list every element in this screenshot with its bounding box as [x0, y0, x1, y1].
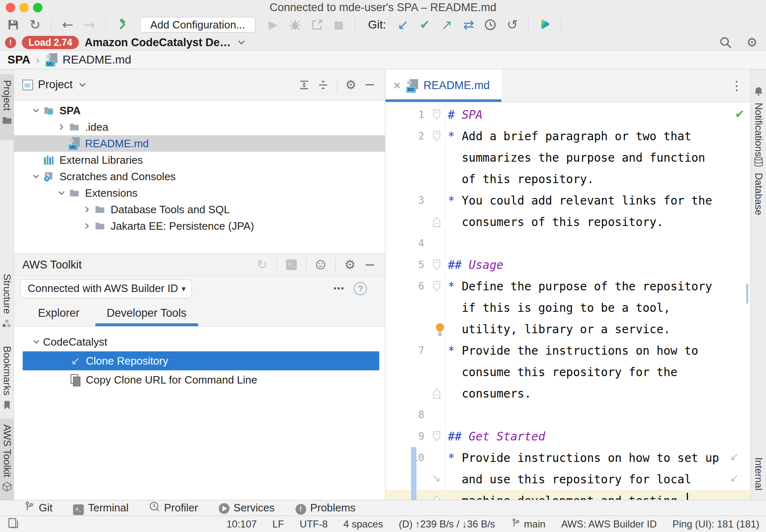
editor[interactable]: ✕ MD README.md ⋮ 1# SPA2* Add a brief pa… — [385, 69, 750, 500]
code-text[interactable]: * Provide instructions on how to set up — [445, 447, 750, 468]
window-controls[interactable] — [6, 3, 43, 12]
chevron-down-icon[interactable] — [30, 335, 43, 348]
fold-marker-close[interactable] — [428, 383, 445, 404]
code-text[interactable]: * Add a brief paragraph or two that — [445, 125, 750, 147]
status-item-aws-aws-builder-id[interactable]: AWS: AWS Builder ID — [561, 518, 657, 530]
toolwindow-button-bookmarks[interactable]: Bookmarks — [0, 340, 14, 402]
code-text[interactable]: utility, library or a service. — [445, 318, 750, 340]
breadcrumb-project[interactable]: SPA — [7, 53, 31, 66]
chevron-down-icon[interactable] — [78, 80, 87, 90]
status-item-4-spaces[interactable]: 4 spaces — [343, 518, 383, 530]
chevron-right-icon[interactable] — [81, 203, 93, 216]
git-merge-icon[interactable]: ⇄ — [461, 17, 476, 32]
code-text[interactable]: consume this repository for the — [445, 361, 750, 383]
tree-item--idea[interactable]: .idea — [14, 119, 385, 135]
chevron-down-icon[interactable] — [55, 187, 68, 199]
git-commit-icon[interactable]: ✔ — [417, 17, 432, 32]
more-options-icon[interactable]: ••• — [333, 284, 345, 293]
settings-gear-icon[interactable]: ⚙ — [745, 35, 759, 50]
code-text[interactable]: machine development and testing. — [445, 490, 750, 500]
toolwindow-button-aws-toolkit[interactable]: AWS Toolkit — [0, 419, 14, 500]
inspections-ok-icon[interactable]: ✔ — [735, 107, 745, 121]
tree-item-jakarta-ee-persistence-jpa-[interactable]: Jakarta EE: Persistence (JPA) — [14, 218, 385, 234]
chevron-right-icon[interactable] — [81, 220, 93, 232]
hide-panel-icon[interactable] — [363, 78, 377, 92]
tree-item-readme-md[interactable]: MDREADME.md — [14, 135, 385, 152]
aws-tree-item-clone-repository[interactable]: ↙Clone Repository — [23, 351, 379, 370]
toolwindow-button-project[interactable]: Project — [0, 74, 14, 140]
aws-connection-button[interactable]: Connected with AWS Builder ID ▾ — [20, 279, 192, 298]
sync-icon[interactable]: ↻ — [28, 17, 43, 32]
aws-tree-item-copy-clone-url-for-command-line[interactable]: Copy Clone URL for Command Line — [14, 370, 385, 389]
fold-marker-open[interactable] — [428, 125, 445, 147]
tree-item-spa[interactable]: SPA — [14, 102, 385, 119]
fold-marker-open[interactable] — [428, 104, 445, 125]
toolwindow-bar-services[interactable]: Services — [219, 501, 275, 514]
aws-gradient-icon[interactable] — [537, 17, 552, 32]
code-text[interactable]: ## Usage — [445, 254, 750, 275]
code-text[interactable]: # SPA — [445, 104, 750, 125]
code-text[interactable]: and use this repository for local — [445, 468, 750, 490]
code-text[interactable]: if this is going to be a tool, — [445, 297, 750, 318]
scrollbar-caret-mark[interactable] — [746, 284, 748, 304]
toolwindow-switcher-icon[interactable] — [7, 517, 19, 531]
minimize-window-button[interactable] — [19, 3, 29, 12]
chevron-down-icon[interactable] — [30, 104, 42, 117]
git-update-icon[interactable]: ↙ — [395, 17, 410, 32]
chevron-down-icon[interactable] — [236, 38, 246, 47]
code-text[interactable]: * Provide the instructions on how to — [445, 340, 750, 361]
code-text[interactable]: consumers of this repository. — [445, 211, 750, 233]
search-icon[interactable] — [718, 35, 733, 50]
tab-readme[interactable]: ✕ MD README.md — [385, 69, 501, 102]
toolwindow-button-internal[interactable]: Internal — [751, 447, 766, 497]
load-badge[interactable]: Load 2.74 — [22, 36, 79, 49]
hammer-icon[interactable] — [115, 17, 130, 32]
toolwindow-bar-profiler[interactable]: Profiler — [149, 501, 198, 515]
close-window-button[interactable] — [6, 3, 15, 12]
code-text[interactable]: summarizes the purpose and function — [445, 147, 750, 168]
fold-marker-close[interactable] — [428, 490, 445, 500]
feedback-smiley-icon[interactable] — [314, 258, 328, 272]
project-panel-title[interactable]: Project — [38, 78, 73, 91]
tree-item-scratches-and-consoles[interactable]: Scratches and Consoles — [14, 168, 385, 185]
aws-settings-gear-icon[interactable]: ⚙ — [343, 258, 357, 272]
toolwindow-button-notifications[interactable]: Notifications — [751, 80, 766, 155]
run-configuration-name[interactable]: Amazon CodeCatalyst De… — [85, 36, 231, 49]
fold-marker-close[interactable] — [428, 211, 445, 233]
code-text[interactable]: * Define the purpose of the repository — [445, 275, 750, 297]
code-text[interactable] — [445, 404, 750, 426]
breadcrumb-file[interactable]: README.md — [63, 53, 131, 66]
toolwindow-bar-git[interactable]: Git — [24, 501, 52, 515]
panel-settings-gear-icon[interactable]: ⚙ — [344, 78, 358, 92]
toolwindow-button-database[interactable]: Database — [751, 151, 766, 221]
toolwindow-bar-problems[interactable]: !Problems — [296, 501, 356, 515]
add-configuration-button[interactable]: Add Configuration... — [140, 17, 255, 33]
save-icon[interactable] — [6, 17, 21, 32]
fold-marker-open[interactable] — [428, 254, 445, 275]
git-history-icon[interactable] — [483, 17, 498, 32]
git-rollback-icon[interactable]: ↺ — [505, 17, 520, 32]
back-icon[interactable]: ← — [60, 17, 75, 32]
hide-aws-panel-icon[interactable] — [363, 258, 377, 272]
git-push-icon[interactable]: ↗ — [439, 17, 454, 32]
aws-tree-item-codecatalyst[interactable]: CodeCatalyst — [14, 332, 385, 351]
tree-item-external-libraries[interactable]: External Libraries — [14, 152, 385, 168]
tree-item-database-tools-and-sql[interactable]: Database Tools and SQL — [14, 201, 385, 218]
tab-explorer[interactable]: Explorer — [26, 307, 91, 326]
code-text[interactable] — [445, 233, 750, 254]
chevron-right-icon[interactable] — [55, 121, 68, 133]
collapse-all-icon[interactable] — [316, 78, 330, 92]
intention-bulb-icon[interactable] — [434, 322, 446, 338]
status-item-lf[interactable]: LF — [272, 518, 284, 530]
tab-developer-tools[interactable]: Developer Tools — [95, 307, 198, 326]
code-text[interactable]: * You could add relevant links for the — [445, 190, 750, 211]
expand-all-icon[interactable] — [297, 78, 311, 92]
code-text[interactable]: consumers. — [445, 383, 750, 404]
fold-marker-open[interactable] — [428, 275, 445, 297]
status-item-ping-ui-181-181-[interactable]: Ping (UI): 181 (181) — [672, 518, 759, 530]
error-indicator-icon[interactable]: ! — [5, 37, 16, 48]
status-item-10-107[interactable]: 10:107 — [227, 518, 257, 530]
zoom-window-button[interactable] — [33, 3, 43, 12]
close-tab-icon[interactable]: ✕ — [393, 80, 401, 92]
fold-marker-open[interactable] — [428, 426, 445, 447]
